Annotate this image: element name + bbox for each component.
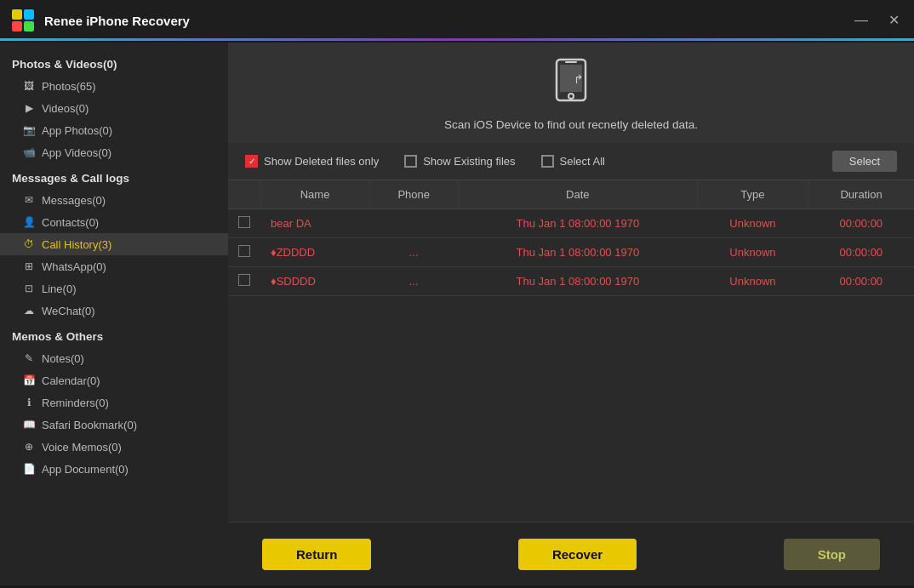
line-icon: ⊡	[22, 282, 36, 295]
window-controls: — ✕	[850, 12, 904, 29]
show-deleted-filter[interactable]: ✓ Show Deleted files only	[245, 155, 379, 168]
bottom-bar: Return Recover Stop	[228, 522, 914, 585]
row-1-date: Thu Jan 1 08:00:00 1970	[458, 238, 697, 267]
sidebar-item-wechat-label: WeChat(0)	[42, 305, 220, 317]
scan-header: ↱ Scan iOS Device to find out recnetly d…	[228, 43, 914, 143]
row-1-checkbox[interactable]	[238, 245, 250, 257]
select-all-label: Select All	[560, 155, 605, 168]
sidebar-item-notes[interactable]: ✎ Notes(0)	[0, 347, 228, 369]
svg-rect-1	[12, 9, 22, 20]
sidebar-item-calendar-label: Calendar(0)	[42, 374, 220, 387]
sidebar-section-messages: Messages & Call logs	[0, 163, 228, 189]
close-button[interactable]: ✕	[884, 12, 904, 29]
select-all-checkbox-visual	[541, 155, 554, 168]
filter-bar: ✓ Show Deleted files only Show Existing …	[228, 143, 914, 180]
table-header-date: Date	[458, 180, 697, 209]
return-button[interactable]: Return	[262, 539, 371, 570]
recover-button[interactable]: Recover	[518, 539, 637, 570]
sidebar-item-call-history-label: Call History(3)	[42, 238, 220, 251]
photos-icon: 🖼	[22, 79, 36, 93]
sidebar-item-app-document[interactable]: 📄 App Document(0)	[0, 458, 228, 480]
sidebar-item-contacts-label: Contacts(0)	[42, 216, 220, 229]
select-all-filter[interactable]: Select All	[541, 155, 605, 168]
sidebar-item-voice-memos[interactable]: ⊕ Voice Memos(0)	[0, 436, 228, 458]
table-header-phone: Phone	[369, 180, 458, 209]
sidebar-item-app-photos[interactable]: 📷 App Photos(0)	[0, 119, 228, 141]
show-existing-label: Show Existing files	[423, 155, 515, 168]
sidebar-section-photos-videos: Photos & Videos(0)	[0, 49, 228, 75]
data-table-container: Name Phone Date Type Duration bear DA Th…	[228, 180, 914, 522]
row-2-date: Thu Jan 1 08:00:00 1970	[458, 267, 697, 296]
main-layout: Photos & Videos(0) 🖼 Photos(65) ▶ Videos…	[0, 43, 914, 585]
sidebar-section-memos: Memos & Others	[0, 322, 228, 347]
sidebar-item-app-photos-label: App Photos(0)	[42, 124, 220, 137]
sidebar-item-reminders-label: Reminders(0)	[42, 397, 220, 409]
sidebar-item-contacts[interactable]: 👤 Contacts(0)	[0, 211, 228, 233]
svg-rect-2	[24, 9, 34, 20]
sidebar-item-safari-bookmark[interactable]: 📖 Safari Bookmark(0)	[0, 414, 228, 436]
row-0-checkbox-cell[interactable]	[228, 209, 260, 238]
row-2-type: Unknown	[697, 267, 808, 296]
sidebar-item-app-videos[interactable]: 📹 App Videos(0)	[0, 141, 228, 163]
row-1-type: Unknown	[697, 238, 808, 267]
svg-text:↱: ↱	[574, 72, 584, 86]
sidebar-item-messages[interactable]: ✉ Messages(0)	[0, 189, 228, 211]
sidebar-item-calendar[interactable]: 📅 Calendar(0)	[0, 369, 228, 391]
sidebar-item-photos[interactable]: 🖼 Photos(65)	[0, 75, 228, 97]
sidebar-item-voice-memos-label: Voice Memos(0)	[42, 441, 220, 454]
row-2-checkbox-cell[interactable]	[228, 267, 260, 296]
row-2-phone: ...	[369, 267, 458, 296]
sidebar-item-reminders[interactable]: ℹ Reminders(0)	[0, 391, 228, 414]
messages-icon: ✉	[22, 193, 36, 207]
reminders-icon: ℹ	[22, 396, 36, 409]
sidebar-item-messages-label: Messages(0)	[42, 194, 220, 207]
svg-rect-4	[24, 21, 34, 31]
row-2-checkbox[interactable]	[238, 274, 250, 286]
row-0-type: Unknown	[697, 209, 808, 238]
table-header-checkbox-col	[228, 180, 260, 209]
sidebar-item-line-label: Line(0)	[42, 283, 220, 295]
row-1-checkbox-cell[interactable]	[228, 238, 260, 267]
stop-button[interactable]: Stop	[784, 539, 880, 570]
sidebar-item-app-videos-label: App Videos(0)	[42, 146, 220, 159]
row-0-phone	[369, 209, 458, 238]
contacts-icon: 👤	[22, 215, 36, 229]
whatsapp-icon: ⊞	[22, 260, 36, 273]
table-header-row: Name Phone Date Type Duration	[228, 180, 914, 209]
sidebar-item-call-history[interactable]: ⏱ Call History(3)	[0, 233, 228, 255]
row-0-name: bear DA	[260, 209, 369, 238]
table-header-name: Name	[260, 180, 369, 209]
sidebar-item-videos[interactable]: ▶ Videos(0)	[0, 97, 228, 119]
svg-rect-3	[12, 21, 22, 31]
sidebar: Photos & Videos(0) 🖼 Photos(65) ▶ Videos…	[0, 43, 228, 585]
row-0-checkbox[interactable]	[238, 216, 250, 228]
sidebar-item-whatsapp-label: WhatsApp(0)	[42, 260, 220, 273]
phone-icon: ↱	[550, 58, 592, 113]
data-table: Name Phone Date Type Duration bear DA Th…	[228, 180, 914, 296]
table-row: ♦ZDDDD ... Thu Jan 1 08:00:00 1970 Unkno…	[228, 238, 914, 267]
minimize-button[interactable]: —	[850, 12, 872, 29]
row-0-duration: 00:00:00	[808, 209, 914, 238]
show-existing-filter[interactable]: Show Existing files	[404, 155, 515, 168]
sidebar-item-app-document-label: App Document(0)	[42, 463, 220, 476]
sidebar-item-videos-label: Videos(0)	[42, 102, 220, 115]
app-title: Renee iPhone Recovery	[44, 14, 850, 28]
table-row: bear DA Thu Jan 1 08:00:00 1970 Unknown …	[228, 209, 914, 238]
app-document-icon: 📄	[22, 462, 36, 476]
select-button[interactable]: Select	[832, 151, 897, 172]
scan-text: Scan iOS Device to find out recnetly del…	[444, 118, 698, 131]
safari-bookmark-icon: 📖	[22, 418, 36, 431]
sidebar-item-wechat[interactable]: ☁ WeChat(0)	[0, 300, 228, 322]
call-history-icon: ⏱	[22, 237, 36, 251]
sidebar-item-notes-label: Notes(0)	[42, 352, 220, 365]
show-deleted-label: Show Deleted files only	[264, 155, 379, 168]
table-header-type: Type	[697, 180, 808, 209]
row-1-name: ♦ZDDDD	[260, 238, 369, 267]
videos-icon: ▶	[22, 101, 36, 115]
app-logo	[10, 8, 36, 33]
content-area: ↱ Scan iOS Device to find out recnetly d…	[228, 43, 914, 585]
titlebar: Renee iPhone Recovery — ✕	[0, 0, 914, 43]
sidebar-item-line[interactable]: ⊡ Line(0)	[0, 277, 228, 300]
sidebar-item-whatsapp[interactable]: ⊞ WhatsApp(0)	[0, 255, 228, 277]
row-0-date: Thu Jan 1 08:00:00 1970	[458, 209, 697, 238]
